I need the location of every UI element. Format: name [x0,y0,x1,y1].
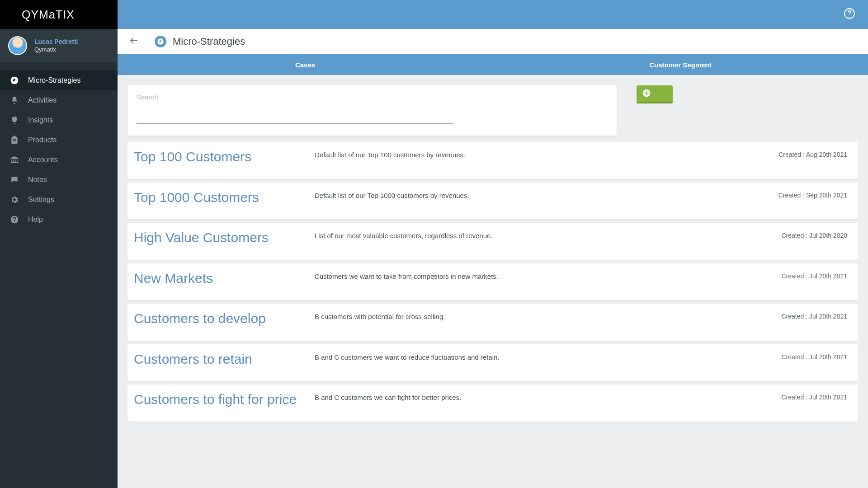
plus-circle-icon [642,89,651,99]
svg-rect-4 [644,93,649,94]
sidebar-item-insights[interactable]: Insights [0,110,118,130]
strategy-card: High Value CustomersList of our most val… [127,223,858,260]
strategy-card: Customers to fight for priceB and C cust… [127,385,858,422]
user-company: Qymatix [34,46,78,54]
sidebar-item-label: Accounts [28,156,58,164]
brand-bar: QYMaTIX [0,0,118,29]
strategy-card: Top 100 CustomersDefault list of our Top… [127,142,858,179]
compass-icon [155,36,166,47]
strategy-link[interactable]: Top 1000 Customers [134,189,309,206]
strategy-desc: Customers we want to take from competito… [315,270,743,287]
strategy-link[interactable]: Customers to retain [134,351,309,368]
sidebar-item-label: Insights [28,116,53,124]
page-title: Micro-Strategies [173,36,245,47]
strategy-title: Customers to retain [134,351,315,368]
strategy-link[interactable]: New Markets [134,270,309,287]
bank-icon [9,155,20,164]
sidebar-item-accounts[interactable]: Accounts [0,150,118,170]
sidebar-item-label: Help [28,216,43,224]
strategy-card: New MarketsCustomers we want to take fro… [127,263,858,300]
main: Micro-Strategies Cases Customer Segment … [118,0,868,488]
topbar [118,0,868,29]
gear-icon [9,195,20,204]
content: Search Top 100 CustomersDefault list of … [118,75,868,488]
tab-cases[interactable]: Cases [118,54,493,75]
bulb-icon [9,116,20,125]
strategy-desc: B customers with potential for cross-sel… [315,310,743,327]
strategy-card: Top 1000 CustomersDefault list of our To… [127,183,858,220]
strategy-created: Created : Aug 20th 2021 [743,148,847,165]
search-label: Search [137,93,608,101]
strategy-desc: List of our most valuable customers, reg… [315,229,743,246]
strategy-link[interactable]: Customers to fight for price [134,391,309,408]
topbar-help-icon[interactable] [844,8,855,21]
strategy-card: Customers to developB customers with pot… [127,304,858,341]
toolbar: Search [127,85,858,136]
search-input[interactable] [137,109,453,124]
strategy-title: Customers to develop [134,310,315,327]
back-button[interactable] [126,33,142,51]
sidebar-item-activities[interactable]: Activities [0,90,118,110]
strategy-title: Customers to fight for price [134,391,315,408]
bell-icon [9,96,20,105]
strategy-created: Created : Jul 20th 2020 [743,229,847,246]
strategy-created: Created : Sep 20th 2021 [743,189,847,206]
sidebar-item-label: Notes [28,176,47,184]
strategy-list: Top 100 CustomersDefault list of our Top… [127,142,858,422]
strategy-desc: B and C customers we can fight for bette… [315,391,743,408]
add-button[interactable] [637,85,673,103]
strategy-title: Top 1000 Customers [134,189,315,206]
user-name: Lucas Pedretti [34,38,78,46]
strategy-title: New Markets [134,270,315,287]
strategy-link[interactable]: High Value Customers [134,229,309,246]
strategy-title: High Value Customers [134,229,315,246]
compass-icon [9,76,20,85]
sidebar-item-notes[interactable]: Notes [0,170,118,190]
user-text: Lucas Pedretti Qymatix [34,38,78,53]
strategy-desc: Default list of our Top 1000 customers b… [315,189,743,206]
tabs: Cases Customer Segment [118,54,868,75]
strategy-created: Created : Jul 20th 2021 [743,351,847,368]
tab-customer-segment[interactable]: Customer Segment [493,54,868,75]
page-title-row: Micro-Strategies [118,29,868,54]
strategy-link[interactable]: Top 100 Customers [134,148,309,165]
sidebar-item-label: Activities [28,96,57,104]
strategy-created: Created : Jul 20th 2021 [743,310,847,327]
sidebar-item-micro-strategies[interactable]: Micro-Strategies [0,70,118,90]
strategy-desc: B and C customers we want to reduce fluc… [315,351,743,368]
sidebar-item-label: Settings [28,196,54,204]
strategy-card: Customers to retainB and C customers we … [127,344,858,381]
strategy-title: Top 100 Customers [134,148,315,165]
strategy-link[interactable]: Customers to develop [134,310,309,327]
help-icon [9,215,20,224]
user-block[interactable]: Lucas Pedretti Qymatix [0,29,118,62]
sidebar-item-label: Micro-Strategies [28,76,80,84]
sidebar-item-products[interactable]: Products [0,130,118,150]
strategy-desc: Default list of our Top 100 customers by… [315,148,743,165]
strategy-created: Created : Jul 20th 2021 [743,391,847,408]
sidebar-nav: Micro-Strategies Activities Insights Pro… [0,62,118,230]
chat-icon [9,175,20,184]
brand-logo-text: QYMaTIX [22,8,75,21]
sidebar: QYMaTIX Lucas Pedretti Qymatix Micro-Str… [0,0,118,488]
sidebar-item-label: Products [28,136,57,144]
svg-point-1 [849,16,850,17]
search-card: Search [127,85,617,136]
sidebar-item-settings[interactable]: Settings [0,190,118,210]
avatar [8,36,27,55]
strategy-created: Created : Jul 20th 2021 [743,270,847,287]
sidebar-item-help[interactable]: Help [0,210,118,230]
clipboard-icon [9,136,20,145]
